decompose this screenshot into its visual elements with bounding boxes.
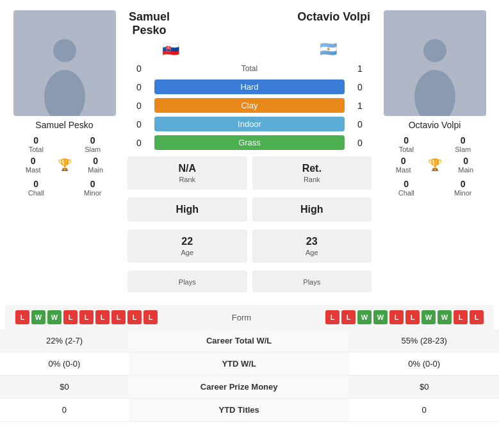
info-left: N/A Rank High 22 Age Plays [126,154,249,295]
form-badge-l2-left: L [63,310,78,324]
form-badge-l3-left: L [79,310,94,324]
form-badges-right: L L W W L L W W L L [325,310,484,324]
player-name-left: Samuel Pesko [35,120,93,130]
form-label: Form [232,313,251,322]
form-badge-l4-left: L [95,310,110,324]
stat-total-left: 0 Total [12,135,61,153]
flag-left: 🇸🇰 [162,41,179,58]
rank-box-left: N/A Rank [127,156,247,190]
center-column: SamuelPesko Octavio Volpi 🇸🇰 🇦🇷 0 Total … [124,10,375,295]
high-box-left: High [127,197,247,222]
form-badge-l5-right: L [454,310,468,324]
form-badge-l7-left: L [143,310,158,324]
form-badge-l6-left: L [127,310,142,324]
svg-point-0 [53,39,76,62]
stats-row-titles: 0 YTD Titles 0 [0,399,499,422]
court-row-grass: 0 Grass 0 [124,134,375,151]
player-card-left: Samuel Pesko 0 Total 0 Slam 0 Mast 🏆 [5,10,124,295]
player-name-left-header: SamuelPesko [129,10,170,37]
career-wl-left: 22% (2-7) [0,329,129,353]
player-names-row: SamuelPesko Octavio Volpi [124,10,375,37]
player-photo-left [13,10,116,116]
ytd-wl-left: 0% (0-0) [0,353,129,376]
svg-point-1 [44,70,85,116]
titles-label: YTD Titles [129,399,349,422]
prize-left: $0 [0,376,129,399]
ytd-wl-label: YTD W/L [129,353,349,376]
form-badge-l1-right: L [325,310,339,324]
form-badge-w4-right: W [438,310,452,324]
titles-left: 0 [0,399,129,422]
stats-row-prize: $0 Career Prize Money $0 [0,376,499,399]
prize-right: $0 [349,376,499,399]
stat-row-mast-right: 0 Mast 🏆 0 Main [375,156,494,174]
form-badge-l5-left: L [111,310,126,324]
stat-slam-left: 0 Slam [69,135,118,153]
form-badge-l1-left: L [15,310,29,324]
flags-row: 🇸🇰 🇦🇷 [124,41,375,58]
main-layout: Samuel Pesko 0 Total 0 Slam 0 Mast 🏆 [0,0,499,427]
stats-table: 22% (2-7) Career Total W/L 55% (28-23) 0… [0,329,499,422]
age-box-right: 23 Age [252,229,372,263]
stat-slam-right: 0 Slam [439,135,488,153]
form-badge-w3-right: W [421,310,436,324]
stat-chall-left: 0 Chall [12,179,61,197]
form-section: L W W L L L L L L Form L L W W L L W W L… [5,305,494,329]
prize-label: Career Prize Money [129,376,349,399]
player-photo-right [384,10,486,116]
trophy-icon-right: 🏆 [428,158,442,172]
form-badge-l4-right: L [405,310,420,324]
player-stats-chall-left: 0 Chall 0 Minor [5,179,124,197]
trophy-icon-left: 🏆 [58,158,72,172]
plays-box-right: Plays [252,270,372,292]
plays-box-left: Plays [127,270,247,292]
rank-box-right: Ret. Rank [252,156,372,190]
high-box-right: High [252,197,372,222]
svg-point-3 [414,70,455,116]
age-box-left: 22 Age [127,229,247,263]
stat-chall-right: 0 Chall [382,179,431,197]
player-name-right: Octavio Volpi [409,120,461,130]
player-name-right-header: Octavio Volpi [297,10,370,24]
player-stats-left: 0 Total 0 Slam [5,135,124,153]
player-stats-right: 0 Total 0 Slam [375,135,494,153]
stat-row-mast-left: 0 Mast 🏆 0 Main [5,156,124,174]
stats-row-ytd-wl: 0% (0-0) YTD W/L 0% (0-0) [0,353,499,376]
court-row-total: 0 Total 1 [124,60,375,77]
player-stats-chall-right: 0 Chall 0 Minor [375,179,494,197]
form-badge-w1-left: W [31,310,45,324]
form-badges-left: L W W L L L L L L [15,310,158,324]
stat-minor-right: 0 Minor [439,179,488,197]
stats-row-career-wl: 22% (2-7) Career Total W/L 55% (28-23) [0,329,499,353]
stat-total-right: 0 Total [382,135,431,153]
form-badge-l2-right: L [341,310,356,324]
form-badge-w2-right: W [373,310,388,324]
form-badge-l6-right: L [470,310,484,324]
form-badge-l3-right: L [389,310,404,324]
svg-point-2 [423,39,446,62]
titles-right: 0 [349,399,499,422]
court-row-indoor: 0 Indoor 0 [124,115,375,133]
form-badge-w1-right: W [357,310,372,324]
info-right: Ret. Rank High 23 Age Plays [251,154,373,295]
career-wl-right: 55% (28-23) [349,329,499,353]
career-wl-label: Career Total W/L [129,329,349,353]
court-row-hard: 0 Hard 0 [124,78,375,95]
top-section: Samuel Pesko 0 Total 0 Slam 0 Mast 🏆 [0,0,499,300]
info-boxes-row: N/A Rank High 22 Age Plays [124,154,375,295]
stat-minor-left: 0 Minor [69,179,118,197]
ytd-wl-right: 0% (0-0) [349,353,499,376]
form-badge-w2-left: W [47,310,61,324]
court-row-clay: 0 Clay 1 [124,97,375,114]
court-rows: 0 Total 1 0 Hard 0 0 Clay 1 0 [124,60,375,151]
flag-right: 🇦🇷 [320,41,337,58]
player-card-right: Octavio Volpi 0 Total 0 Slam 0 Mast 🏆 [375,10,494,295]
